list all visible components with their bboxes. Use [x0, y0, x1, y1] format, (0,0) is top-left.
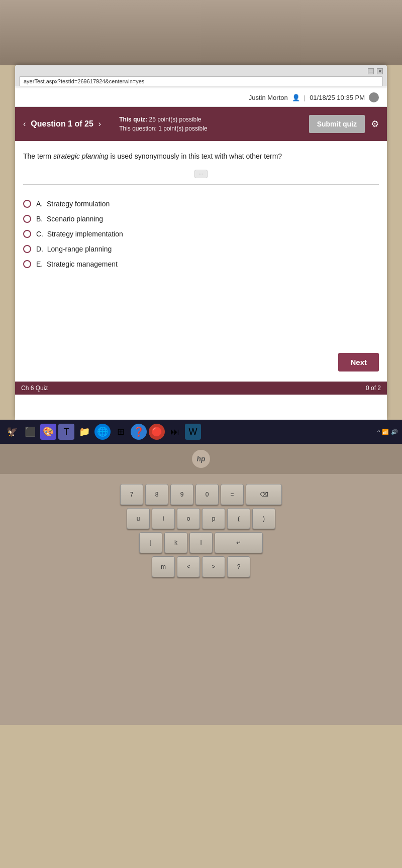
system-tray-expand[interactable]: ^ — [377, 429, 380, 435]
laptop-top-bezel — [0, 0, 402, 65]
close-button[interactable]: ✕ — [377, 68, 383, 74]
choice-b-label: B. Scenario planning — [36, 215, 103, 223]
taskbar-word[interactable]: W — [185, 424, 201, 440]
question-points-label: This question: — [119, 125, 158, 132]
quiz-points-value: 25 point(s) possible — [149, 116, 201, 123]
taskbar-system-tray: ^ 📶 🔊 — [377, 429, 398, 435]
choice-e-label: E. Strategic management — [36, 260, 118, 268]
keyboard-area: 7 8 9 0 = ⌫ u i o p ( ) j k l ↵ m < > ? — [0, 474, 402, 725]
quiz-nav-bar: ‹ Question 1 of 25 › This quiz: 25 point… — [15, 107, 387, 141]
key-l[interactable]: l — [189, 532, 213, 553]
hp-logo: hp — [192, 450, 210, 468]
submit-quiz-button[interactable]: Submit quiz — [309, 115, 365, 133]
key-open-bracket[interactable]: ( — [227, 508, 250, 529]
quiz-info: This quiz: 25 point(s) possible This que… — [109, 115, 303, 133]
choice-c[interactable]: C. Strategy implementation — [23, 229, 379, 239]
prev-question-arrow[interactable]: ‹ — [21, 118, 28, 130]
choice-d-label: D. Long-range planning — [36, 245, 112, 253]
sound-icon: 🔊 — [391, 429, 398, 435]
taskbar-help[interactable]: ❓ — [131, 424, 147, 440]
key-equals[interactable]: = — [221, 484, 244, 505]
taskbar-grid[interactable]: ⊞ — [113, 424, 129, 440]
page-content: Justin Morton 👤 | 01/18/25 10:35 PM ‹ Qu… — [15, 88, 387, 420]
profile-avatar — [369, 92, 379, 102]
taskbar-teams[interactable]: T — [58, 424, 74, 440]
taskbar-color[interactable]: 🎨 — [40, 424, 56, 440]
laptop-bottom-bezel: hp — [0, 444, 402, 474]
quiz-points-info: This quiz: 25 point(s) possible This que… — [119, 115, 303, 133]
browser-chrome: — ✕ ayerTest.aspx?testId=269617924&cente… — [15, 65, 387, 86]
question-counter: Question 1 of 25 — [31, 119, 93, 129]
key-7[interactable]: 7 — [120, 484, 143, 505]
choice-b[interactable]: B. Scenario planning — [23, 214, 379, 224]
taskbar-browser[interactable]: 🌐 — [94, 424, 111, 440]
address-bar[interactable]: ayerTest.aspx?testId=269617924&centerwin… — [19, 76, 383, 86]
person-icon: 👤 — [292, 94, 300, 101]
next-question-arrow[interactable]: › — [96, 118, 103, 130]
quiz-points-label: This quiz: — [119, 116, 147, 123]
taskbar: 🦅 ⬛ 🎨 T 📁 🌐 ⊞ ❓ 🔴 ⏭ W ^ 📶 🔊 — [0, 420, 402, 444]
key-8[interactable]: 8 — [145, 484, 168, 505]
radio-a[interactable] — [23, 200, 31, 208]
key-u[interactable]: u — [127, 508, 150, 529]
key-comma[interactable]: < — [177, 556, 200, 577]
nav-arrows: ‹ Question 1 of 25 › — [21, 118, 103, 130]
radio-d[interactable] — [23, 245, 31, 253]
radio-c[interactable] — [23, 230, 31, 238]
header-divider: | — [304, 94, 306, 101]
choice-a[interactable]: A. Strategy formulation — [23, 199, 379, 209]
key-0[interactable]: 0 — [195, 484, 219, 505]
quiz-score: 0 of 2 — [366, 385, 381, 392]
keyboard-row-jkl: j k l ↵ — [5, 532, 397, 553]
keyboard-row-numbers: 7 8 9 0 = ⌫ — [5, 484, 397, 505]
choice-e[interactable]: E. Strategic management — [23, 259, 379, 269]
expand-button[interactable]: ··· — [194, 170, 208, 178]
key-enter[interactable]: ↵ — [215, 532, 263, 553]
choice-a-label: A. Strategy formulation — [36, 200, 110, 208]
question-divider — [23, 184, 379, 185]
datetime-display: 01/18/25 10:35 PM — [310, 94, 365, 101]
choice-d[interactable]: D. Long-range planning — [23, 244, 379, 254]
taskbar-start[interactable]: 🦅 — [4, 424, 20, 440]
key-backspace[interactable]: ⌫ — [246, 484, 282, 505]
taskbar-files[interactable]: ⬛ — [22, 424, 38, 440]
quiz-bottom: Next — [15, 281, 387, 382]
next-button[interactable]: Next — [338, 353, 379, 371]
key-k[interactable]: k — [164, 532, 187, 553]
question-text: The term strategic planning is used syno… — [23, 151, 379, 162]
answer-choices: A. Strategy formulation B. Scenario plan… — [23, 195, 379, 273]
key-9[interactable]: 9 — [170, 484, 193, 505]
key-p[interactable]: p — [202, 508, 225, 529]
choice-c-label: C. Strategy implementation — [36, 230, 123, 238]
window-controls: — ✕ — [19, 68, 383, 74]
key-slash[interactable]: ? — [227, 556, 250, 577]
key-o[interactable]: o — [177, 508, 200, 529]
radio-b[interactable] — [23, 215, 31, 223]
quiz-title: Ch 6 Quiz — [21, 385, 48, 392]
key-i[interactable]: i — [152, 508, 175, 529]
key-j[interactable]: j — [139, 532, 162, 553]
user-name: Justin Morton — [249, 94, 288, 101]
key-close-bracket[interactable]: ) — [252, 508, 275, 529]
taskbar-skip[interactable]: ⏭ — [167, 424, 183, 440]
settings-icon[interactable]: ⚙ — [369, 116, 381, 132]
keyboard-row-uiop: u i o p ( ) — [5, 508, 397, 529]
question-points-value: 1 point(s) possible — [158, 125, 207, 132]
question-text-suffix: is used synonymously in this text with w… — [109, 152, 282, 160]
question-area: The term strategic planning is used syno… — [15, 141, 387, 281]
browser-window: — ✕ ayerTest.aspx?testId=269617924&cente… — [15, 65, 387, 420]
radio-e[interactable] — [23, 260, 31, 268]
quiz-controls: Submit quiz ⚙ — [309, 115, 381, 133]
minimize-button[interactable]: — — [368, 68, 374, 74]
keyboard-row-m: m < > ? — [5, 556, 397, 577]
question-text-prefix: The term — [23, 152, 53, 160]
quiz-footer: Ch 6 Quiz 0 of 2 — [15, 382, 387, 395]
expand-button-container: ··· — [23, 170, 379, 178]
taskbar-red[interactable]: 🔴 — [149, 424, 165, 440]
key-period[interactable]: > — [202, 556, 225, 577]
taskbar-folder[interactable]: 📁 — [76, 424, 92, 440]
wifi-icon: 📶 — [382, 429, 389, 435]
question-text-italic: strategic planning — [53, 152, 109, 160]
user-header: Justin Morton 👤 | 01/18/25 10:35 PM — [15, 88, 387, 107]
key-m[interactable]: m — [152, 556, 175, 577]
